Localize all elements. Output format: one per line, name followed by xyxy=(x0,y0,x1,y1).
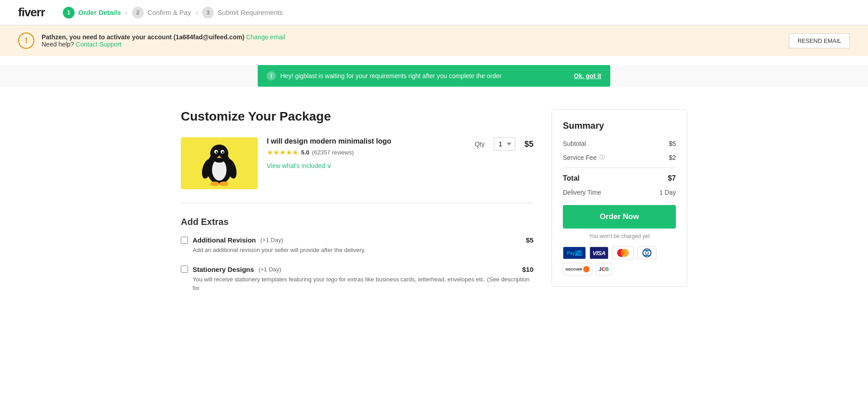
qty-label: Qty xyxy=(475,140,485,148)
svg-point-10 xyxy=(210,182,219,186)
change-email-link[interactable]: Change email xyxy=(246,33,285,41)
breadcrumb-arrow-1: › xyxy=(125,9,127,16)
info-bar-message: Hey! gigblast is waiting for your requir… xyxy=(280,72,501,79)
product-image-svg: CHILLED BEER xyxy=(192,141,246,186)
ok-got-it-link[interactable]: Ok, got it xyxy=(574,72,601,79)
main-container: Customize Your Package xyxy=(163,96,705,317)
subtotal-label: Subtotal xyxy=(563,140,586,147)
breadcrumb: 1 Order Details › 2 Confirm & Pay › 3 Su… xyxy=(63,7,283,19)
info-bar: i Hey! gigblast is waiting for your requ… xyxy=(258,65,610,87)
product-price: $5 xyxy=(524,140,533,149)
diners-icon xyxy=(637,247,656,259)
extra-price-2: $10 xyxy=(522,266,533,273)
breadcrumb-step-1: 1 Order Details xyxy=(63,7,121,19)
service-fee-label: Service Fee ⓘ xyxy=(563,154,605,161)
help-text: Need help? xyxy=(42,41,74,48)
summary-service-fee-row: Service Fee ⓘ $2 xyxy=(563,154,676,161)
step-label-2: Confirm & Pay xyxy=(147,9,191,16)
summary-subtotal-row: Subtotal $5 xyxy=(563,140,676,147)
product-rating: 5.0 xyxy=(301,149,309,156)
product-image: CHILLED BEER xyxy=(181,137,258,189)
summary-divider xyxy=(563,168,676,168)
discover-icon: DISCOVER xyxy=(563,263,592,275)
extra-name-1: Additional Revision xyxy=(193,236,256,244)
extra-price-1: $5 xyxy=(526,236,533,244)
extra-label-1: Additional Revision (+1 Day) xyxy=(181,236,283,244)
product-info: I will design modern minimalist logo ★★★… xyxy=(267,137,466,169)
extra-label-2: Stationery Designs (+1 Day) xyxy=(181,266,281,273)
extra-description-1: Add an additional revision your seller w… xyxy=(193,246,533,255)
svg-point-2 xyxy=(210,145,228,163)
fiverr-logo: fiverr xyxy=(18,5,45,19)
breadcrumb-arrow-2: › xyxy=(196,9,198,16)
top-nav: fiverr 1 Order Details › 2 Confirm & Pay… xyxy=(0,0,868,25)
info-bar-left: i Hey! gigblast is waiting for your requ… xyxy=(267,71,501,80)
svg-point-6 xyxy=(222,151,224,153)
svg-point-14 xyxy=(621,249,629,257)
alert-banner: ! Pathzen, you need to activate your acc… xyxy=(0,25,868,56)
total-label: Total xyxy=(563,174,580,182)
content-area: Customize Your Package xyxy=(181,109,533,303)
extra-item-1: Additional Revision (+1 Day) $5 Add an a… xyxy=(181,236,533,255)
product-stars: ★★★★★ xyxy=(267,148,298,157)
extra-checkbox-1[interactable] xyxy=(181,237,188,244)
delivery-label: Delivery Time xyxy=(563,189,601,196)
page-title: Customize Your Package xyxy=(181,109,533,124)
alert-text: Pathzen, you need to activate your accou… xyxy=(42,33,285,48)
extra-description-2: You will receive stationery templates fe… xyxy=(193,275,533,293)
visa-icon: VISA xyxy=(590,247,609,259)
product-row: CHILLED BEER I will design modern minima… xyxy=(181,137,533,203)
summary-delivery-row: Delivery Time 1 Day xyxy=(563,189,676,196)
order-now-button[interactable]: Order Now xyxy=(563,205,676,229)
extra-item-2: Stationery Designs (+1 Day) $10 You will… xyxy=(181,266,533,293)
info-icon: i xyxy=(267,71,276,80)
service-fee-value: $2 xyxy=(669,154,676,161)
step-circle-3: 3 xyxy=(202,7,214,19)
breadcrumb-step-3: 3 Submit Requirements xyxy=(202,7,283,19)
qty-select[interactable]: 1 2 3 xyxy=(494,137,515,151)
contact-support-link[interactable]: Contact Support xyxy=(76,41,122,48)
alert-icon: ! xyxy=(18,33,34,49)
summary-panel: Summary Subtotal $5 Service Fee ⓘ $2 Tot… xyxy=(552,109,687,287)
payment-icons: PayPal VISA DI xyxy=(563,247,676,275)
alert-message-bold: Pathzen, you need to activate your accou… xyxy=(42,33,245,41)
jcb-icon: JCB xyxy=(596,263,612,275)
svg-point-11 xyxy=(219,182,228,186)
summary-total-row: Total $7 xyxy=(563,174,676,182)
step-label-3: Submit Requirements xyxy=(217,9,283,16)
breadcrumb-step-2: 2 Confirm & Pay xyxy=(132,7,191,19)
step-label-1: Order Details xyxy=(78,9,121,16)
add-extras-title: Add Extras xyxy=(181,217,533,227)
mastercard-icon xyxy=(612,247,634,259)
view-included-link[interactable]: View what's included ∨ xyxy=(267,162,331,169)
no-charge-text: You won't be charged yet xyxy=(563,233,676,239)
step-circle-1: 1 xyxy=(63,7,75,19)
total-value: $7 xyxy=(668,174,676,182)
summary-title: Summary xyxy=(563,121,676,131)
extra-badge-2: (+1 Day) xyxy=(259,266,281,273)
paypal-icon: PayPal xyxy=(563,247,586,259)
service-fee-info-icon[interactable]: ⓘ xyxy=(599,154,605,161)
resend-email-button[interactable]: RESEND EMAIL xyxy=(789,33,850,48)
product-reviews: (62357 reviews) xyxy=(312,149,354,156)
extra-header-2: Stationery Designs (+1 Day) $10 xyxy=(181,266,533,273)
product-title: I will design modern minimalist logo xyxy=(267,137,466,145)
svg-point-5 xyxy=(216,151,217,153)
alert-left: ! Pathzen, you need to activate your acc… xyxy=(18,33,285,49)
product-qty-price: Qty 1 2 3 $5 xyxy=(475,137,533,151)
extra-header-1: Additional Revision (+1 Day) $5 xyxy=(181,236,533,244)
step-circle-2: 2 xyxy=(132,7,144,19)
extra-name-2: Stationery Designs xyxy=(193,266,254,273)
svg-point-15 xyxy=(643,249,651,257)
subtotal-value: $5 xyxy=(669,140,676,147)
delivery-value: 1 Day xyxy=(659,189,676,196)
extra-checkbox-2[interactable] xyxy=(181,266,188,273)
extra-badge-1: (+1 Day) xyxy=(260,237,283,243)
